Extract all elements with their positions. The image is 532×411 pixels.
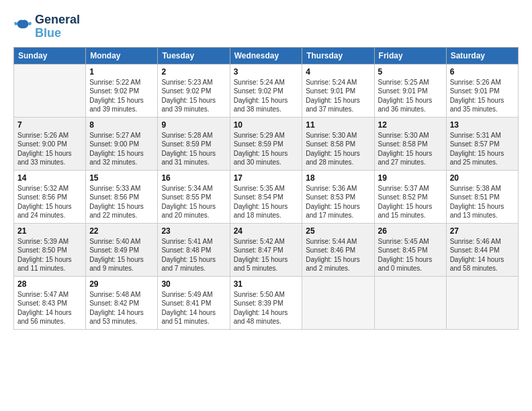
day-info: Sunrise: 5:35 AM Sunset: 8:54 PM Dayligh… (234, 184, 299, 220)
calendar-cell: 4Sunrise: 5:24 AM Sunset: 9:01 PM Daylig… (302, 64, 374, 117)
day-info: Sunrise: 5:29 AM Sunset: 8:59 PM Dayligh… (234, 131, 299, 167)
logo-icon (13, 17, 32, 36)
day-info: Sunrise: 5:45 AM Sunset: 8:45 PM Dayligh… (378, 237, 443, 273)
calendar-cell: 16Sunrise: 5:34 AM Sunset: 8:55 PM Dayli… (158, 170, 230, 223)
column-header-monday: Monday (86, 47, 158, 64)
day-info: Sunrise: 5:27 AM Sunset: 9:00 PM Dayligh… (89, 131, 154, 167)
column-header-friday: Friday (374, 47, 446, 64)
calendar-cell: 30Sunrise: 5:49 AM Sunset: 8:41 PM Dayli… (158, 276, 230, 329)
day-info: Sunrise: 5:30 AM Sunset: 8:58 PM Dayligh… (306, 131, 370, 167)
day-info: Sunrise: 5:41 AM Sunset: 8:48 PM Dayligh… (161, 237, 226, 273)
day-number: 11 (306, 120, 370, 130)
logo: General Blue (13, 13, 80, 40)
day-info: Sunrise: 5:44 AM Sunset: 8:46 PM Dayligh… (306, 237, 370, 273)
calendar-week-row: 14Sunrise: 5:32 AM Sunset: 8:56 PM Dayli… (14, 170, 519, 223)
calendar-cell: 9Sunrise: 5:28 AM Sunset: 8:59 PM Daylig… (158, 117, 230, 170)
day-number: 28 (17, 279, 82, 289)
calendar-cell (374, 276, 446, 329)
day-number: 29 (89, 279, 154, 289)
calendar-week-row: 28Sunrise: 5:47 AM Sunset: 8:43 PM Dayli… (14, 276, 519, 329)
calendar-cell (14, 64, 86, 117)
day-number: 2 (161, 67, 226, 77)
calendar-table: SundayMondayTuesdayWednesdayThursdayFrid… (13, 47, 519, 330)
day-number: 19 (378, 173, 443, 183)
calendar-week-row: 7Sunrise: 5:26 AM Sunset: 9:00 PM Daylig… (14, 117, 519, 170)
calendar-cell: 22Sunrise: 5:40 AM Sunset: 8:49 PM Dayli… (86, 223, 158, 276)
calendar-cell: 28Sunrise: 5:47 AM Sunset: 8:43 PM Dayli… (14, 276, 86, 329)
calendar-cell: 1Sunrise: 5:22 AM Sunset: 9:02 PM Daylig… (86, 64, 158, 117)
day-number: 27 (450, 226, 515, 236)
day-number: 22 (89, 226, 154, 236)
day-info: Sunrise: 5:24 AM Sunset: 9:02 PM Dayligh… (234, 78, 299, 114)
day-number: 13 (450, 120, 515, 130)
day-info: Sunrise: 5:49 AM Sunset: 8:41 PM Dayligh… (161, 290, 226, 326)
day-info: Sunrise: 5:26 AM Sunset: 9:00 PM Dayligh… (17, 131, 82, 167)
day-number: 3 (234, 67, 299, 77)
day-number: 24 (234, 226, 299, 236)
day-number: 9 (161, 120, 226, 130)
calendar-cell: 18Sunrise: 5:36 AM Sunset: 8:53 PM Dayli… (302, 170, 374, 223)
day-number: 12 (378, 120, 443, 130)
day-number: 21 (17, 226, 82, 236)
day-info: Sunrise: 5:48 AM Sunset: 8:42 PM Dayligh… (89, 290, 154, 326)
calendar-cell: 27Sunrise: 5:46 AM Sunset: 8:44 PM Dayli… (446, 223, 518, 276)
day-number: 8 (89, 120, 154, 130)
column-header-saturday: Saturday (446, 47, 518, 64)
day-info: Sunrise: 5:47 AM Sunset: 8:43 PM Dayligh… (17, 290, 82, 326)
day-info: Sunrise: 5:32 AM Sunset: 8:56 PM Dayligh… (17, 184, 82, 220)
day-number: 23 (161, 226, 226, 236)
day-number: 14 (17, 173, 82, 183)
day-info: Sunrise: 5:24 AM Sunset: 9:01 PM Dayligh… (306, 78, 370, 114)
day-number: 16 (161, 173, 226, 183)
calendar-cell: 13Sunrise: 5:31 AM Sunset: 8:57 PM Dayli… (446, 117, 518, 170)
day-number: 4 (306, 67, 370, 77)
calendar-cell: 19Sunrise: 5:37 AM Sunset: 8:52 PM Dayli… (374, 170, 446, 223)
day-info: Sunrise: 5:39 AM Sunset: 8:50 PM Dayligh… (17, 237, 82, 273)
day-number: 20 (450, 173, 515, 183)
calendar-cell: 11Sunrise: 5:30 AM Sunset: 8:58 PM Dayli… (302, 117, 374, 170)
calendar-cell (302, 276, 374, 329)
calendar-cell: 8Sunrise: 5:27 AM Sunset: 9:00 PM Daylig… (86, 117, 158, 170)
column-header-thursday: Thursday (302, 47, 374, 64)
day-number: 10 (234, 120, 299, 130)
day-info: Sunrise: 5:30 AM Sunset: 8:58 PM Dayligh… (378, 131, 443, 167)
page: General Blue SundayMondayTuesdayWednesda… (0, 0, 532, 336)
calendar-week-row: 21Sunrise: 5:39 AM Sunset: 8:50 PM Dayli… (14, 223, 519, 276)
calendar-cell: 21Sunrise: 5:39 AM Sunset: 8:50 PM Dayli… (14, 223, 86, 276)
day-info: Sunrise: 5:22 AM Sunset: 9:02 PM Dayligh… (89, 78, 154, 114)
day-number: 1 (89, 67, 154, 77)
day-number: 5 (378, 67, 443, 77)
column-header-sunday: Sunday (14, 47, 86, 64)
day-number: 7 (17, 120, 82, 130)
logo-text: General Blue (35, 13, 80, 40)
day-info: Sunrise: 5:26 AM Sunset: 9:01 PM Dayligh… (450, 78, 515, 114)
day-number: 18 (306, 173, 370, 183)
day-info: Sunrise: 5:42 AM Sunset: 8:47 PM Dayligh… (234, 237, 299, 273)
calendar-cell: 15Sunrise: 5:33 AM Sunset: 8:56 PM Dayli… (86, 170, 158, 223)
column-header-wednesday: Wednesday (230, 47, 302, 64)
header: General Blue (13, 13, 519, 40)
day-info: Sunrise: 5:37 AM Sunset: 8:52 PM Dayligh… (378, 184, 443, 220)
calendar-cell: 31Sunrise: 5:50 AM Sunset: 8:39 PM Dayli… (230, 276, 302, 329)
day-info: Sunrise: 5:23 AM Sunset: 9:02 PM Dayligh… (161, 78, 226, 114)
day-number: 15 (89, 173, 154, 183)
calendar-cell: 24Sunrise: 5:42 AM Sunset: 8:47 PM Dayli… (230, 223, 302, 276)
calendar-cell: 3Sunrise: 5:24 AM Sunset: 9:02 PM Daylig… (230, 64, 302, 117)
calendar-cell: 12Sunrise: 5:30 AM Sunset: 8:58 PM Dayli… (374, 117, 446, 170)
column-header-tuesday: Tuesday (158, 47, 230, 64)
calendar-cell: 29Sunrise: 5:48 AM Sunset: 8:42 PM Dayli… (86, 276, 158, 329)
calendar-cell: 6Sunrise: 5:26 AM Sunset: 9:01 PM Daylig… (446, 64, 518, 117)
day-info: Sunrise: 5:46 AM Sunset: 8:44 PM Dayligh… (450, 237, 515, 273)
calendar-cell: 20Sunrise: 5:38 AM Sunset: 8:51 PM Dayli… (446, 170, 518, 223)
day-number: 17 (234, 173, 299, 183)
day-number: 26 (378, 226, 443, 236)
calendar-cell (446, 276, 518, 329)
calendar-cell: 23Sunrise: 5:41 AM Sunset: 8:48 PM Dayli… (158, 223, 230, 276)
calendar-week-row: 1Sunrise: 5:22 AM Sunset: 9:02 PM Daylig… (14, 64, 519, 117)
calendar-cell: 2Sunrise: 5:23 AM Sunset: 9:02 PM Daylig… (158, 64, 230, 117)
day-number: 31 (234, 279, 299, 289)
calendar-cell: 26Sunrise: 5:45 AM Sunset: 8:45 PM Dayli… (374, 223, 446, 276)
calendar-cell: 25Sunrise: 5:44 AM Sunset: 8:46 PM Dayli… (302, 223, 374, 276)
calendar-cell: 10Sunrise: 5:29 AM Sunset: 8:59 PM Dayli… (230, 117, 302, 170)
day-info: Sunrise: 5:36 AM Sunset: 8:53 PM Dayligh… (306, 184, 370, 220)
